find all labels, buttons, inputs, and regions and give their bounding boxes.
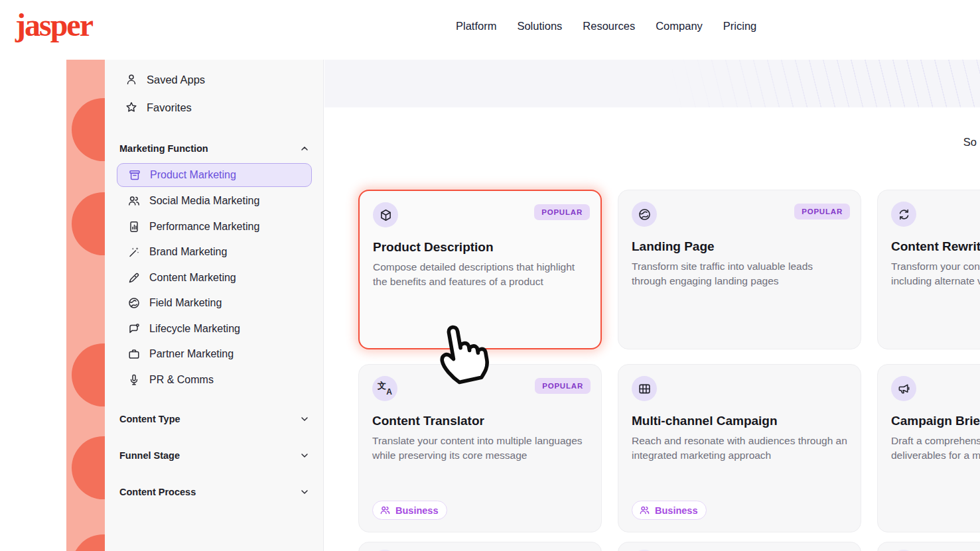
nav-company[interactable]: Company (656, 20, 703, 32)
app-icon-circle (891, 202, 916, 227)
section-label: Funnel Stage (119, 450, 180, 461)
popular-badge: POPULAR (794, 204, 850, 219)
apps-grid-area: So POPULAR Product Description Compose d… (324, 60, 980, 551)
sidebar-item-label: Lifecycle Marketing (149, 323, 240, 335)
sidebar-item-social-media-marketing[interactable]: Social Media Marketing (117, 189, 312, 213)
card-description: Draft a comprehensive brief outlining de… (891, 434, 980, 463)
sidebar-item-label: PR & Comms (149, 374, 214, 386)
decorative-half-circle (72, 98, 105, 161)
jasper-logo[interactable]: jasper (15, 7, 92, 43)
card-row (358, 542, 980, 551)
app-icon-circle: 文A (372, 376, 397, 401)
sidebar-item-favorites[interactable]: Favorites (125, 101, 192, 114)
sidebar-item-label: Saved Apps (147, 74, 205, 86)
table-icon (638, 382, 652, 396)
card-content-translator[interactable]: 文A POPULAR Content Translator Translate … (358, 364, 602, 532)
nav-solutions[interactable]: Solutions (517, 20, 562, 32)
card-row: 文A POPULAR Content Translator Translate … (358, 364, 980, 532)
sidebar-item-label: Performance Marketing (149, 221, 259, 233)
sidebar-item-lifecycle-marketing[interactable]: Lifecycle Marketing (117, 317, 312, 341)
sidebar-item-label: Social Media Marketing (149, 195, 259, 207)
card-partial[interactable] (358, 542, 602, 551)
chevron-up-icon[interactable] (299, 143, 310, 154)
sidebar-item-label: Brand Marketing (149, 246, 227, 258)
sidebar-item-partner-marketing[interactable]: Partner Marketing (117, 342, 312, 366)
card-partial[interactable] (877, 542, 980, 551)
section-label: Content Type (119, 414, 180, 424)
card-description: Transform your content to fit different … (891, 259, 980, 288)
card-content-rewriter[interactable]: Content Rewriter Transform your content … (877, 190, 980, 349)
sidebar-item-product-marketing[interactable]: Product Marketing (117, 163, 312, 187)
popular-badge: POPULAR (535, 378, 591, 394)
card-title: Content Rewriter (891, 239, 980, 254)
chat-cycle-icon (127, 322, 141, 336)
nav-resources[interactable]: Resources (583, 20, 635, 32)
people-icon (639, 505, 650, 516)
cube-icon (379, 208, 393, 222)
section-marketing-function[interactable]: Marketing Function (119, 143, 310, 154)
sort-by-label-clipped[interactable]: So (963, 136, 977, 149)
diagonal-stripes-decoration (668, 60, 980, 107)
app-window: Saved Apps Favorites Marketing Function … (66, 60, 980, 551)
section-content-process[interactable]: Content Process (119, 487, 310, 497)
section-funnel-stage[interactable]: Funnel Stage (119, 450, 310, 461)
card-row: POPULAR Product Description Compose deta… (358, 190, 980, 349)
archive-icon (128, 168, 141, 182)
sidebar-item-label: Field Marketing (149, 297, 222, 309)
nav-platform[interactable]: Platform (456, 20, 496, 32)
card-multi-channel-campaign[interactable]: Multi-channel Campaign Reach and resonat… (618, 364, 861, 532)
card-landing-page[interactable]: POPULAR Landing Page Transform site traf… (618, 190, 861, 349)
decorative-half-circle (72, 436, 105, 499)
sidebar-item-label: Content Marketing (149, 272, 236, 284)
translate-icon: 文A (378, 381, 392, 396)
sidebar-item-field-marketing[interactable]: Field Marketing (117, 291, 312, 315)
sidebar-item-label: Favorites (147, 101, 192, 114)
business-badge-label: Business (655, 505, 697, 516)
header-band (324, 60, 980, 107)
sidebar-item-saved-apps[interactable]: Saved Apps (125, 73, 205, 86)
card-description: Translate your content into multiple lan… (372, 434, 589, 463)
card-description: Compose detailed descriptions that highl… (373, 260, 590, 289)
section-label: Content Process (119, 487, 196, 497)
chevron-down-icon[interactable] (299, 414, 310, 424)
app-icon-circle (632, 376, 657, 401)
decorative-half-circle (72, 343, 105, 406)
star-icon (125, 101, 138, 114)
card-title: Campaign Brief (891, 414, 980, 428)
chevron-down-icon[interactable] (299, 487, 310, 497)
nav-pricing[interactable]: Pricing (723, 20, 756, 32)
card-title: Product Description (373, 240, 494, 255)
card-title: Content Translator (372, 414, 484, 428)
app-icon-circle (373, 202, 398, 227)
refresh-icon (897, 208, 911, 221)
sidebar-item-label: Partner Marketing (149, 348, 234, 360)
card-partial[interactable] (618, 542, 861, 551)
card-campaign-brief[interactable]: Campaign Brief Draft a comprehensive bri… (877, 364, 980, 532)
megaphone-icon (897, 382, 911, 396)
globe-icon (638, 208, 652, 221)
chevron-down-icon[interactable] (299, 450, 310, 461)
microphone-icon (127, 373, 141, 387)
wand-icon (127, 245, 141, 259)
business-badge: Business (632, 501, 707, 520)
globe-icon (127, 296, 141, 310)
sidebar-item-content-marketing[interactable]: Content Marketing (117, 266, 312, 290)
card-description: Reach and resonate with audiences throug… (632, 434, 849, 463)
card-title: Multi-channel Campaign (632, 414, 778, 428)
section-content-type[interactable]: Content Type (119, 414, 310, 424)
sidebar-item-performance-marketing[interactable]: Performance Marketing (117, 215, 312, 239)
report-icon (127, 220, 141, 233)
business-badge: Business (372, 501, 447, 520)
briefcase-icon (127, 347, 141, 361)
business-badge-label: Business (395, 505, 438, 516)
people-icon (127, 194, 141, 208)
sidebar-item-label: Product Marketing (150, 169, 236, 181)
card-description: Transform site traffic into valuable lea… (632, 259, 849, 288)
sidebar-item-pr-comms[interactable]: PR & Comms (117, 368, 312, 392)
decorative-half-circle (72, 534, 105, 551)
app-icon-circle (891, 376, 916, 401)
sidebar-item-brand-marketing[interactable]: Brand Marketing (117, 240, 312, 264)
card-product-description[interactable]: POPULAR Product Description Compose deta… (358, 190, 602, 349)
card-title: Landing Page (632, 239, 715, 254)
top-navigation: Platform Solutions Resources Company Pri… (456, 20, 756, 32)
